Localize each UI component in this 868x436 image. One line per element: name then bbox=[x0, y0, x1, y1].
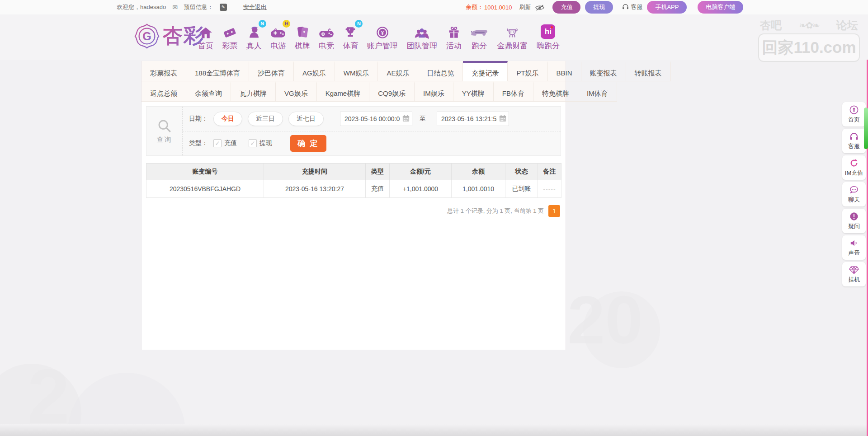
nav-item-egames[interactable]: H 电游 bbox=[270, 23, 286, 51]
speaker-icon bbox=[849, 239, 859, 248]
reserved-info-label: 预留信息： bbox=[184, 3, 213, 11]
tab-row-1: 彩票报表 188金宝博体育 沙巴体育 AG娱乐 WM娱乐 AE娱乐 日结总览 充… bbox=[142, 61, 566, 81]
side-question-button[interactable]: 疑问 bbox=[842, 209, 866, 233]
tab-wali[interactable]: 瓦力棋牌 bbox=[231, 81, 276, 102]
nav-item-esports[interactable]: 电竞 bbox=[319, 23, 334, 51]
tab-daily-summary[interactable]: 日结总览 bbox=[418, 61, 463, 81]
withdraw-button[interactable]: 提现 bbox=[585, 1, 613, 14]
home-circle-icon bbox=[849, 105, 859, 114]
tab-deposit-withdraw-records[interactable]: 充提记录 bbox=[463, 61, 508, 81]
tab-kgame[interactable]: Kgame棋牌 bbox=[317, 81, 370, 102]
chat-bubble-icon bbox=[849, 185, 859, 194]
calendar-icon[interactable] bbox=[499, 115, 506, 124]
date-filter-row: 日期： 今日 近三日 近七日 至 bbox=[183, 107, 561, 131]
tab-im[interactable]: IM娱乐 bbox=[415, 81, 453, 102]
tab-account-change-report[interactable]: 账变报表 bbox=[581, 61, 626, 81]
mobile-app-button[interactable]: 手机APP bbox=[647, 1, 687, 14]
tab-188-sport[interactable]: 188金宝博体育 bbox=[186, 61, 249, 81]
rhino-icon bbox=[470, 23, 488, 39]
side-service-button[interactable]: 客服 bbox=[842, 129, 866, 153]
nav-item-cards[interactable]: 棋牌 bbox=[295, 23, 310, 51]
side-im-recharge-button[interactable]: IM充值 bbox=[842, 155, 866, 180]
nav-item-sports[interactable]: N 体育 bbox=[343, 23, 358, 51]
pagination-summary: 总计 1 个记录, 分为 1 页, 当前第 1 页 bbox=[447, 207, 544, 215]
tab-pt[interactable]: PT娱乐 bbox=[508, 61, 547, 81]
welcome-text: 欢迎您，hadesado bbox=[117, 3, 166, 11]
pagination: 总计 1 个记录, 分为 1 页, 当前第 1 页 1 bbox=[147, 205, 560, 217]
confirm-button[interactable]: 确 定 bbox=[290, 135, 326, 152]
ding-cauldron-icon bbox=[505, 23, 519, 39]
diamond-icon bbox=[849, 265, 859, 274]
esports-gamepad-icon bbox=[319, 23, 334, 39]
page-1-button[interactable]: 1 bbox=[548, 205, 560, 217]
calendar-icon[interactable] bbox=[402, 115, 410, 124]
preset-3days-button[interactable]: 近三日 bbox=[248, 112, 283, 126]
logo-flower-icon: G bbox=[134, 23, 160, 49]
nav-item-account[interactable]: ¥ 账户管理 bbox=[367, 23, 398, 51]
side-chat-button[interactable]: 聊天 bbox=[842, 182, 866, 206]
site-logo[interactable]: G 杏彩 bbox=[134, 23, 204, 49]
tab-temian[interactable]: 特免棋牌 bbox=[533, 81, 578, 102]
mail-icon[interactable]: ✉ bbox=[172, 4, 178, 11]
edit-pencil-icon[interactable]: ✎ bbox=[220, 4, 227, 11]
side-sound-button[interactable]: 声音 bbox=[842, 235, 866, 260]
side-idle-button[interactable]: 挂机 bbox=[842, 262, 866, 286]
type-withdraw-checkbox[interactable]: ✓ 提现 bbox=[249, 139, 272, 147]
preset-7days-button[interactable]: 近七日 bbox=[288, 112, 324, 126]
deposit-button[interactable]: 充值 bbox=[552, 1, 580, 14]
pc-client-button[interactable]: 电脑客户端 bbox=[698, 1, 743, 14]
scrollbar-thumb[interactable] bbox=[864, 108, 868, 149]
tab-lottery-report[interactable]: 彩票报表 bbox=[142, 61, 186, 81]
preset-today-button[interactable]: 今日 bbox=[213, 112, 242, 126]
tab-rebate-total[interactable]: 返点总额 bbox=[142, 81, 186, 102]
tab-ag[interactable]: AG娱乐 bbox=[294, 61, 335, 81]
headset-icon bbox=[622, 4, 629, 11]
tab-transfer-report[interactable]: 转账报表 bbox=[626, 61, 671, 81]
nav-item-jinding[interactable]: 金鼎财富 bbox=[497, 23, 528, 51]
logout-link[interactable]: 安全退出 bbox=[243, 3, 267, 11]
nav-item-paofen[interactable]: 跑分 bbox=[470, 23, 488, 51]
floating-side-panel: 首页 客服 IM充值 聊天 疑问 声音 挂机 bbox=[842, 102, 866, 286]
playing-cards-icon bbox=[296, 23, 309, 39]
table-row: 20230516VBBFGJAHGD 2023-05-16 13:20:27 充… bbox=[146, 180, 561, 198]
date-from-input[interactable] bbox=[340, 112, 412, 126]
home-icon bbox=[199, 23, 212, 39]
coin-icon: ¥ bbox=[376, 23, 389, 39]
customer-service-link[interactable]: 客服 bbox=[622, 3, 642, 11]
nav-item-live[interactable]: N 真人 bbox=[246, 23, 262, 51]
nav-item-hipaofen[interactable]: hi 嗨跑分 bbox=[537, 23, 560, 51]
cell-time: 2023-05-16 13:20:27 bbox=[264, 180, 366, 198]
tab-wm[interactable]: WM娱乐 bbox=[335, 61, 378, 81]
side-home-button[interactable]: 首页 bbox=[842, 102, 866, 127]
tab-cq9[interactable]: CQ9娱乐 bbox=[369, 81, 415, 102]
tab-balance-query[interactable]: 余额查询 bbox=[186, 81, 231, 102]
tab-vg[interactable]: VG娱乐 bbox=[276, 81, 317, 102]
gift-icon bbox=[448, 23, 460, 39]
eye-slash-icon[interactable] bbox=[535, 4, 544, 11]
cell-change-id: 20230516VBBFGJAHGD bbox=[146, 180, 264, 198]
cell-type: 充值 bbox=[366, 180, 390, 198]
refresh-link[interactable]: 刷新 bbox=[519, 3, 531, 11]
nav-item-promo[interactable]: 活动 bbox=[446, 23, 462, 51]
site-header: G 杏彩 首页 彩票 N 真人 H bbox=[0, 14, 868, 60]
nav-item-home[interactable]: 首页 bbox=[198, 23, 213, 51]
date-to-box bbox=[437, 112, 509, 126]
nav-item-lottery[interactable]: 彩票 bbox=[222, 23, 237, 51]
col-status: 状态 bbox=[505, 164, 538, 180]
col-amount: 金额/元 bbox=[390, 164, 452, 180]
tab-bbin[interactable]: BBIN bbox=[548, 61, 581, 81]
date-to-input[interactable] bbox=[437, 112, 509, 126]
cell-amount: +1,001.0000 bbox=[390, 180, 452, 198]
tab-fb-sport[interactable]: FB体育 bbox=[494, 81, 533, 102]
tab-shaba-sport[interactable]: 沙巴体育 bbox=[249, 61, 294, 81]
tab-im-sport[interactable]: IM体育 bbox=[578, 81, 617, 102]
table-header-row: 账变编号 充提时间 类型 金额/元 余额 状态 备注 bbox=[146, 164, 561, 180]
type-filter-row: 类型： ✓ 充值 ✓ 提现 确 定 bbox=[183, 131, 561, 156]
tab-ae[interactable]: AE娱乐 bbox=[378, 61, 418, 81]
exclamation-circle-icon bbox=[849, 212, 859, 221]
type-deposit-checkbox[interactable]: ✓ 充值 bbox=[213, 139, 237, 147]
tab-yy[interactable]: YY棋牌 bbox=[453, 81, 494, 102]
nav-item-team[interactable]: 团队管理 bbox=[406, 23, 437, 51]
col-balance: 余额 bbox=[452, 164, 505, 180]
main-navigation: 首页 彩票 N 真人 H 电游 bbox=[198, 23, 560, 51]
